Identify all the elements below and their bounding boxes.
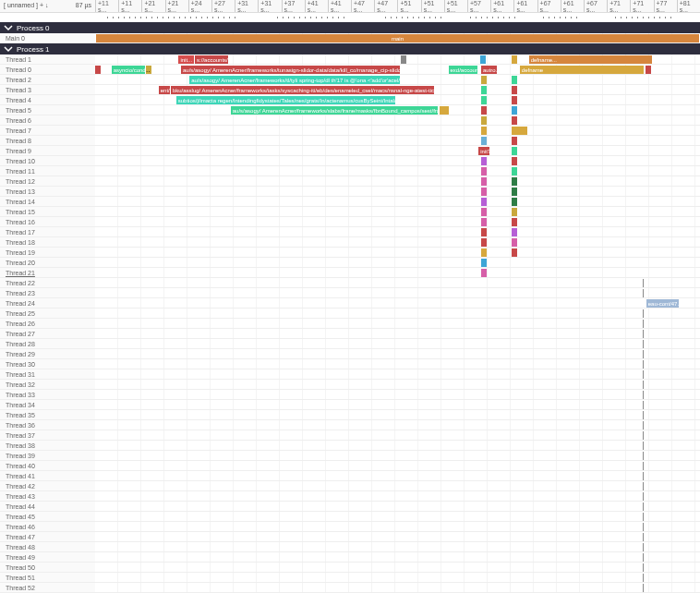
thread-label[interactable]: Thread 9 — [0, 146, 95, 155]
trace-span[interactable]: main — [96, 34, 698, 42]
thread-track[interactable] — [95, 390, 700, 399]
trace-span[interactable] — [512, 137, 517, 145]
thread-label[interactable]: Thread 8 — [0, 136, 95, 145]
trace-span[interactable] — [512, 96, 517, 104]
thread-label[interactable]: Thread 1 — [0, 54, 95, 64]
thread-track[interactable] — [95, 410, 700, 419]
thread-track[interactable] — [95, 380, 700, 389]
trace-span[interactable]: defname... — [529, 55, 652, 64]
trace-span[interactable] — [512, 127, 527, 135]
trace-span[interactable] — [481, 228, 487, 236]
trace-span[interactable] — [481, 259, 487, 267]
thread-track[interactable] — [95, 481, 700, 490]
thread-track[interactable] — [95, 156, 700, 165]
thread-track[interactable] — [95, 166, 700, 175]
thread-track[interactable] — [95, 420, 700, 430]
thread-label[interactable]: Thread 40 — [0, 461, 95, 470]
trace-span[interactable] — [481, 167, 487, 175]
trace-span[interactable] — [512, 198, 517, 206]
trace-span[interactable] — [512, 208, 517, 216]
trace-span[interactable] — [481, 127, 487, 135]
thread-track[interactable] — [95, 552, 700, 562]
trace-span[interactable] — [481, 96, 487, 104]
thread-label[interactable]: Thread 29 — [0, 349, 95, 358]
thread-label[interactable]: Thread 19 — [0, 248, 95, 257]
trace-span[interactable] — [646, 66, 651, 74]
thread-track[interactable] — [95, 502, 700, 511]
trace-span[interactable] — [512, 167, 517, 175]
trace-span[interactable] — [512, 147, 517, 155]
thread-track[interactable] — [95, 512, 700, 521]
trace-span[interactable] — [481, 137, 487, 145]
thread-track[interactable] — [95, 329, 700, 338]
thread-track[interactable] — [95, 451, 700, 460]
thread-track[interactable] — [95, 400, 700, 409]
trace-span[interactable]: autro... — [481, 66, 497, 74]
section-header[interactable]: Process 0 — [0, 22, 700, 33]
thread-track[interactable] — [95, 136, 700, 145]
thread-track[interactable] — [95, 339, 700, 348]
trace-span[interactable] — [481, 218, 487, 226]
thread-label[interactable]: Thread 37 — [0, 430, 95, 440]
thread-track[interactable] — [95, 227, 700, 236]
thread-label[interactable]: Thread 52 — [0, 583, 95, 592]
thread-label[interactable]: Thread 30 — [0, 359, 95, 369]
thread-track[interactable] — [95, 430, 700, 440]
thread-label[interactable]: Thread 0 — [0, 65, 95, 74]
thread-label[interactable]: Thread 3 — [0, 85, 95, 94]
trace-span[interactable] — [481, 76, 487, 84]
thread-label[interactable]: Thread 34 — [0, 400, 95, 409]
trace-span[interactable] — [481, 248, 487, 257]
trace-span[interactable]: s://accounts/ Acner... — [195, 55, 228, 64]
timeline-ticks[interactable]: +11 s...+11 s...+21 s...+21 s...+24 s...… — [95, 0, 700, 12]
thread-track[interactable] — [95, 441, 700, 450]
trace-span[interactable]: subtios/j/imacta regen/Intendingfidystat… — [176, 96, 395, 104]
thread-track[interactable] — [95, 461, 700, 470]
thread-label[interactable]: Thread 13 — [0, 187, 95, 196]
thread-label[interactable]: Thread 36 — [0, 420, 95, 430]
trace-span[interactable]: defname — [520, 66, 644, 74]
trace-span[interactable] — [512, 76, 517, 84]
thread-label[interactable]: Thread 26 — [0, 319, 95, 328]
trace-span[interactable] — [481, 269, 487, 277]
thread-label[interactable]: Thread 44 — [0, 502, 95, 511]
thread-label[interactable]: Thread 20 — [0, 258, 95, 267]
thread-label[interactable]: Thread 5 — [0, 105, 95, 115]
trace-span[interactable] — [512, 86, 517, 94]
thread-track[interactable] — [95, 176, 700, 186]
trace-span[interactable] — [512, 116, 517, 125]
trace-span[interactable]: au/s/asogy/ AmerenAcner/frameworks/slabs… — [231, 106, 439, 115]
thread-label[interactable]: Thread 12 — [0, 176, 95, 186]
trace-span[interactable] — [440, 106, 449, 115]
thread-track[interactable] — [95, 583, 700, 592]
thread-track[interactable] — [95, 237, 700, 247]
thread-label[interactable]: Thread 10 — [0, 156, 95, 165]
thread-label[interactable]: Thread 41 — [0, 471, 95, 480]
thread-label[interactable]: Thread 43 — [0, 491, 95, 501]
thread-track[interactable] — [95, 563, 700, 572]
thread-track[interactable] — [95, 369, 700, 379]
thread-track[interactable] — [95, 248, 700, 257]
trace-span[interactable] — [481, 198, 487, 206]
trace-span[interactable]: asyncio/cond... — [112, 66, 145, 74]
thread-label[interactable]: Thread 17 — [0, 227, 95, 236]
thread-track[interactable] — [95, 258, 700, 267]
thread-label[interactable]: Thread 25 — [0, 309, 95, 318]
trace-span[interactable]: au/s/asogy/ AmerenAcner/frameworks/tl/ty… — [189, 76, 400, 84]
thread-label[interactable]: Thread 18 — [0, 237, 95, 247]
thread-track[interactable] — [95, 471, 700, 480]
trace-span[interactable] — [512, 248, 517, 257]
thread-label[interactable]: Thread 38 — [0, 441, 95, 450]
trace-span[interactable]: init? — [478, 147, 489, 155]
trace-span[interactable] — [512, 55, 517, 64]
trace-span[interactable] — [481, 188, 487, 196]
thread-track[interactable]: main — [95, 33, 700, 42]
thread-track[interactable] — [95, 573, 700, 582]
trace-span[interactable]: ent/bac... — [159, 86, 170, 94]
thread-track[interactable]: au/s/asogy/ AmerenAcner/frameworks/tl/ty… — [95, 75, 700, 84]
thread-track[interactable] — [95, 207, 700, 216]
thread-label[interactable]: Thread 48 — [0, 542, 95, 551]
thread-label[interactable]: Thread 21 — [0, 268, 95, 277]
thread-track[interactable]: asyncio/cond.....au/s/asogy/ AmerenAcner… — [95, 65, 700, 74]
trace-span[interactable] — [481, 177, 487, 186]
